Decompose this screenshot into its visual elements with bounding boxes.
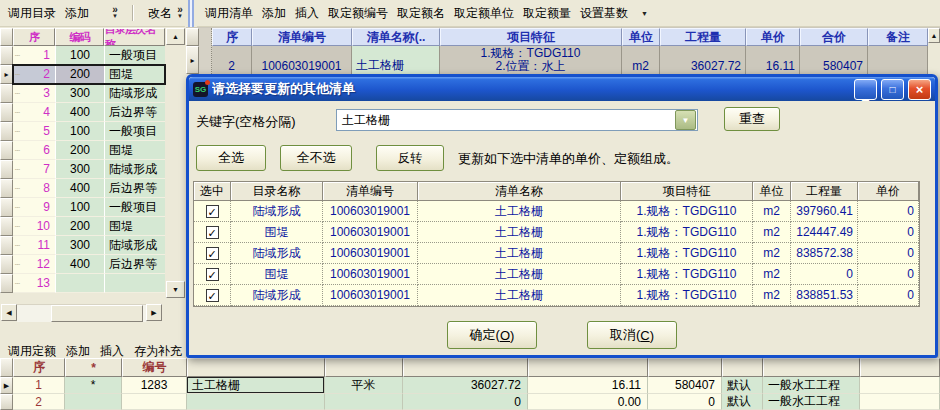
grid-price-cell[interactable]: 0 xyxy=(858,243,919,264)
column-header-hidden[interactable] xyxy=(722,358,763,377)
menu-call-catalog[interactable]: 调用目录 xyxy=(8,5,56,22)
select-all-button[interactable]: 全选 xyxy=(196,145,266,171)
vertical-scrollbar[interactable]: ▲ xyxy=(928,28,940,74)
column-header-qty[interactable]: 工程量 xyxy=(660,28,746,46)
grid-code-cell[interactable]: 100603019001 xyxy=(323,243,418,264)
grid-unit-cell[interactable]: m2 xyxy=(753,222,791,243)
menu-set-base[interactable]: 设置基数 xyxy=(580,5,628,22)
column-header-code[interactable]: 编码 xyxy=(55,28,104,46)
row-checkbox[interactable]: ✓ xyxy=(206,289,219,302)
horizontal-scrollbar[interactable]: ◀ ▶ xyxy=(1,304,162,321)
chevron-down-icon[interactable]: ▼ xyxy=(641,10,648,17)
menu-insert[interactable]: 插入 xyxy=(100,344,124,358)
grid-feature-cell[interactable]: 1.规格：TGDG110 xyxy=(621,222,753,243)
column-header-price[interactable]: 单价 xyxy=(858,182,919,201)
column-header-code[interactable]: 编号 xyxy=(122,358,187,377)
row-indicator[interactable] xyxy=(0,394,13,410)
row-indicator[interactable] xyxy=(0,84,13,103)
column-header-hidden[interactable] xyxy=(648,358,722,377)
row-indicator[interactable] xyxy=(0,255,13,274)
column-header-seq[interactable]: 序 xyxy=(13,28,55,46)
grid-price-cell[interactable]: 0 xyxy=(858,264,919,285)
grid-unit-cell[interactable]: m2 xyxy=(753,264,791,285)
row-checkbox[interactable]: ✓ xyxy=(206,247,219,260)
menu-call-quota[interactable]: 调用定额 xyxy=(8,344,56,358)
column-header-feature[interactable]: 项目特征 xyxy=(621,182,753,201)
menu-add-catalog[interactable]: 添加 xyxy=(65,5,89,22)
menu-take-quota-number[interactable]: 取定额编号 xyxy=(328,5,388,22)
row-checkbox[interactable]: ✓ xyxy=(206,226,219,239)
grid-feature-cell[interactable]: 1.规格：TGDG110 xyxy=(621,243,753,264)
grid-unit-cell[interactable]: m2 xyxy=(753,201,791,222)
grid-name-cell[interactable]: 土工格栅 xyxy=(418,243,621,264)
toolbar-overflow-button[interactable]: » ▼ xyxy=(112,7,118,19)
column-header-list-name[interactable]: 清单名称 xyxy=(418,182,621,201)
column-header-catalog-name[interactable]: 目录层次名称 xyxy=(104,28,165,46)
maximize-button[interactable]: □ xyxy=(881,79,904,100)
catalog-row[interactable]: 6 200 围堤 xyxy=(13,141,165,160)
grid-qty-cell[interactable]: 838851.53 xyxy=(791,285,858,306)
grid-qty-cell[interactable]: 397960.41 xyxy=(791,201,858,222)
scroll-down-button[interactable]: ▼ xyxy=(166,281,185,298)
menu-rename[interactable]: 改名 xyxy=(148,5,172,22)
row-indicator[interactable] xyxy=(0,122,13,141)
column-header-hidden[interactable] xyxy=(187,358,325,377)
scroll-up-button[interactable]: ▲ xyxy=(166,28,185,45)
grid-dir-cell[interactable]: 陆域形成 xyxy=(231,201,323,222)
scrollbar-track[interactable] xyxy=(17,304,146,322)
keyword-value[interactable]: 土工格栅 xyxy=(337,112,674,129)
column-header-seq[interactable]: 序 xyxy=(13,358,65,377)
menu-add[interactable]: 添加 xyxy=(66,344,90,358)
column-header-hidden[interactable] xyxy=(860,358,940,377)
scroll-left-button[interactable]: ◀ xyxy=(1,304,17,321)
row-indicator[interactable] xyxy=(0,274,13,293)
grid-name-cell[interactable]: 土工格栅 xyxy=(418,222,621,243)
grid-unit-cell[interactable]: m2 xyxy=(753,243,791,264)
toolbar-overflow-button[interactable]: » ▼ xyxy=(177,7,183,19)
column-header-total[interactable]: 合价 xyxy=(800,28,868,46)
row-indicator[interactable] xyxy=(0,46,13,65)
column-header-unit[interactable]: 单位 xyxy=(753,182,791,201)
row-indicator[interactable] xyxy=(0,160,13,179)
column-header-list-code[interactable]: 清单编号 xyxy=(323,182,418,201)
row-indicator-current[interactable]: ▸ xyxy=(0,65,13,84)
dialog-titlebar[interactable]: SG 请选择要更新的其他清单 ▁ □ × xyxy=(189,77,935,101)
grid-code-cell[interactable]: 100603019001 xyxy=(323,222,418,243)
row-indicator-current[interactable]: ▶ xyxy=(0,377,13,394)
column-header-seq[interactable]: 序 xyxy=(212,28,252,46)
catalog-row[interactable]: 10 200 围堤 xyxy=(13,217,165,236)
catalog-row[interactable]: 8 400 后边界等 xyxy=(13,179,165,198)
grid-qty-cell[interactable]: 0 xyxy=(791,264,858,285)
column-header-feature[interactable]: 项目特征 xyxy=(440,28,622,46)
column-header-list-name[interactable]: 清单名称(.. xyxy=(352,28,440,46)
grid-feature-cell[interactable]: 1.规格：TGDG110 xyxy=(621,264,753,285)
catalog-row-selected[interactable]: 2 200 围堤 xyxy=(13,65,165,84)
catalog-row[interactable]: 4 400 后边界等 xyxy=(13,103,165,122)
column-header-hidden[interactable] xyxy=(763,358,860,377)
catalog-row[interactable]: 5 100 一般项目 xyxy=(13,122,165,141)
grid-price-cell[interactable]: 0 xyxy=(858,222,919,243)
catalog-row[interactable]: 13 xyxy=(13,274,165,293)
menu-insert[interactable]: 插入 xyxy=(295,5,319,22)
grid-unit-cell[interactable]: m2 xyxy=(753,285,791,306)
row-indicator[interactable] xyxy=(0,141,13,160)
grid-code-cell[interactable]: 100603019001 xyxy=(323,285,418,306)
menu-add[interactable]: 添加 xyxy=(262,5,286,22)
column-header-list-code[interactable]: 清单编号 xyxy=(252,28,352,46)
requery-button[interactable]: 重查 xyxy=(724,107,780,131)
menu-take-quota-unit[interactable]: 取定额单位 xyxy=(454,5,514,22)
row-indicator[interactable] xyxy=(0,236,13,255)
column-header-catalog-name[interactable]: 目录名称 xyxy=(231,182,323,201)
row-indicator[interactable] xyxy=(0,179,13,198)
grid-dir-cell[interactable]: 围堤 xyxy=(231,264,323,285)
combo-dropdown-button[interactable]: ▼ xyxy=(675,110,696,130)
catalog-row[interactable]: 9 100 一般项目 xyxy=(13,198,165,217)
invert-selection-button[interactable]: 反转 xyxy=(376,145,444,171)
row-indicator[interactable] xyxy=(0,103,13,122)
menu-save-as-supplement[interactable]: 存为补充 xyxy=(134,344,182,358)
ok-button[interactable]: 确定(O) xyxy=(447,321,537,349)
column-header-unit[interactable]: 单位 xyxy=(622,28,660,46)
row-indicator-current[interactable]: ▸ xyxy=(186,46,199,74)
grid-dir-cell[interactable]: 围堤 xyxy=(231,222,323,243)
select-none-button[interactable]: 全不选 xyxy=(280,145,352,171)
